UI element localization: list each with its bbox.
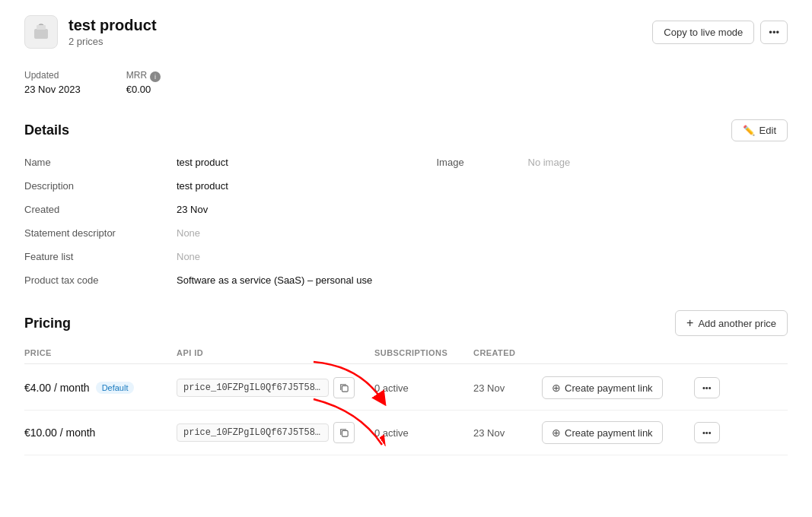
edit-pencil-icon: ✏️ (743, 125, 755, 136)
details-title: Details (24, 122, 69, 138)
col-created: CREATED (473, 348, 542, 357)
created-value: 23 Nov (177, 204, 437, 215)
subscriptions-cell-1: 0 active (374, 382, 473, 394)
default-badge: Default (96, 382, 135, 394)
create-payment-link-label-2: Create payment link (565, 427, 653, 439)
row-more-button-1[interactable]: ••• (694, 377, 720, 398)
price-cell-2: €10.00 / month (24, 427, 177, 439)
create-payment-link-button-2[interactable]: ⊕ Create payment link (542, 421, 663, 444)
create-payment-link-label-1: Create payment link (565, 382, 653, 394)
image-label: Image (437, 157, 528, 168)
circle-plus-icon-1: ⊕ (552, 382, 561, 394)
details-grid: Name test product Image No image Descrip… (24, 157, 788, 286)
col-actions (542, 348, 694, 357)
created-label: Created (24, 204, 177, 215)
statement-descriptor-value: None (177, 227, 437, 239)
svg-rect-0 (34, 29, 48, 39)
plus-icon: + (686, 316, 693, 330)
col-subscriptions: SUBSCRIPTIONS (374, 348, 473, 357)
table-row: €4.00 / month Default price_10FZPgIL0Qf6… (24, 366, 788, 411)
col-price: PRICE (24, 348, 177, 357)
mrr-label-row: MRR i (126, 70, 161, 84)
product-info: test product 2 prices (68, 17, 157, 47)
svg-rect-2 (342, 385, 348, 392)
subscriptions-cell-2: 0 active (374, 427, 473, 439)
created-cell-1: 23 Nov (473, 382, 542, 394)
header-left: test product 2 prices (24, 15, 157, 49)
mrr-value: €0.00 (126, 84, 161, 95)
col-api-id: API ID (177, 348, 374, 357)
details-section: Details ✏️ Edit Name test product Image … (24, 119, 788, 286)
api-id-cell-1: price_10FZPgIL0Qf67J5T586jJmm (177, 377, 374, 398)
more-options-button[interactable]: ••• (760, 21, 788, 44)
actions-cell-2: ⊕ Create payment link (542, 421, 694, 444)
pricing-section-header: Pricing + Add another price (24, 310, 788, 336)
name-label: Name (24, 157, 177, 168)
pricing-title: Pricing (24, 316, 71, 331)
add-another-price-button[interactable]: + Add another price (675, 310, 788, 336)
copy-api-id-button-2[interactable] (333, 422, 355, 443)
api-id-value-1: price_10FZPgIL0Qf67J5T586jJmm (177, 379, 329, 397)
created-cell-2: 23 Nov (473, 427, 542, 439)
api-id-cell-2: price_10FZPgIL0Qf67J5T584HYG0 (177, 422, 374, 443)
mrr-info-icon[interactable]: i (150, 71, 161, 82)
feature-list-value: None (177, 251, 437, 262)
edit-label: Edit (759, 125, 776, 136)
col-more (694, 348, 721, 357)
details-section-header: Details ✏️ Edit (24, 119, 788, 141)
pricing-table-header: PRICE API ID SUBSCRIPTIONS CREATED (24, 348, 788, 364)
header-right: Copy to live mode ••• (652, 21, 788, 44)
pricing-section: Pricing + Add another price PRICE API ID… (24, 310, 788, 455)
description-label: Description (24, 180, 177, 192)
table-row: €10.00 / month price_10FZPgIL0Qf67J5T584… (24, 411, 788, 455)
product-subtitle: 2 prices (68, 36, 157, 47)
price-value-2: €10.00 / month (24, 427, 95, 439)
api-id-value-2: price_10FZPgIL0Qf67J5T584HYG0 (177, 423, 329, 442)
page-header: test product 2 prices Copy to live mode … (24, 15, 788, 49)
price-value-1: €4.00 / month (24, 382, 90, 394)
product-tax-code-value: Software as a service (SaaS) – personal … (177, 274, 437, 286)
add-price-label: Add another price (698, 318, 776, 329)
actions-cell-1: ⊕ Create payment link (542, 376, 694, 399)
mrr-meta: MRR i €0.00 (126, 70, 161, 95)
statement-descriptor-label: Statement descriptor (24, 227, 177, 239)
product-icon (24, 15, 58, 49)
mrr-label: MRR (126, 70, 147, 81)
copy-api-id-button-1[interactable] (333, 377, 355, 398)
feature-list-label: Feature list (24, 251, 177, 262)
name-value: test product (177, 157, 437, 168)
create-payment-link-button-1[interactable]: ⊕ Create payment link (542, 376, 663, 399)
more-options-cell-1: ••• (694, 377, 721, 398)
edit-button[interactable]: ✏️ Edit (731, 119, 788, 141)
product-tax-code-label: Product tax code (24, 274, 177, 286)
updated-value: 23 Nov 2023 (24, 84, 81, 95)
copy-to-live-mode-button[interactable]: Copy to live mode (652, 21, 754, 44)
updated-label: Updated (24, 70, 81, 81)
svg-rect-1 (37, 25, 46, 30)
updated-meta: Updated 23 Nov 2023 (24, 70, 81, 95)
image-value: No image (528, 157, 788, 168)
product-title: test product (68, 17, 157, 34)
svg-rect-4 (342, 430, 348, 436)
description-value: test product (177, 180, 437, 192)
more-options-cell-2: ••• (694, 422, 721, 443)
price-cell-1: €4.00 / month Default (24, 382, 177, 394)
meta-row: Updated 23 Nov 2023 MRR i €0.00 (24, 70, 788, 95)
row-more-button-2[interactable]: ••• (694, 422, 720, 443)
circle-plus-icon-2: ⊕ (552, 427, 561, 439)
